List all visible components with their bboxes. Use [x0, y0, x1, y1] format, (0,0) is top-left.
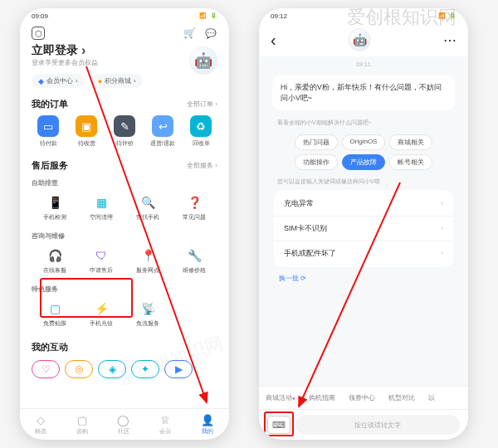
- chip-account[interactable]: 帐号相关: [389, 154, 432, 170]
- nav-mine[interactable]: 👤我的: [201, 414, 214, 436]
- btab-coupon[interactable]: 领券中心: [342, 393, 382, 402]
- bottom-tabs: 商城活动● 购机指南 领券中心 机型对比 以: [259, 386, 468, 409]
- settings-icon[interactable]: [32, 27, 45, 40]
- more-icon[interactable]: [443, 32, 456, 48]
- points-mall-pill[interactable]: ●积分商城 ›: [91, 74, 143, 88]
- interact-1[interactable]: ♡: [32, 360, 60, 378]
- interact-4[interactable]: ✦: [131, 360, 159, 378]
- btab-guide[interactable]: 购机指南: [302, 393, 342, 402]
- status-icons: 📶🔋: [199, 12, 217, 19]
- order-pending-pay[interactable]: ▭待付款: [32, 115, 65, 148]
- orders-title: 我的订单: [32, 98, 68, 110]
- self-space-clean[interactable]: ▦空间清理: [78, 191, 124, 225]
- order-pending-ship[interactable]: ▣待收货: [70, 115, 103, 148]
- top-bar: [20, 23, 229, 41]
- helper-text-2: 您可以直接输入关键词或像这样问小V喔: [267, 173, 460, 188]
- interact-2[interactable]: ◎: [65, 360, 93, 378]
- member-center-pill[interactable]: ◆会员中心 ›: [32, 74, 85, 88]
- status-icons: 📶🔋: [438, 12, 456, 19]
- free-data[interactable]: 📡免流服务: [124, 297, 171, 331]
- aftersale-title: 售后服务: [32, 159, 68, 172]
- apply-aftersale[interactable]: 🛡申请售后: [78, 244, 124, 278]
- order-refund[interactable]: ↩退货/退款: [146, 115, 179, 148]
- chip-function[interactable]: 功能操作: [295, 154, 338, 170]
- order-pending-review[interactable]: ✎待评价: [108, 115, 141, 148]
- btab-activity[interactable]: 商城活动●: [259, 393, 302, 402]
- qa-sim[interactable]: SIM卡不识别: [274, 217, 453, 241]
- voice-input[interactable]: 按住说话转文字: [295, 415, 460, 435]
- interact-5[interactable]: ▶: [164, 360, 193, 378]
- btab-compare[interactable]: 机型对比: [382, 393, 422, 402]
- nav-featured[interactable]: ◇精选: [35, 414, 46, 436]
- consult-title: 咨询与维修: [20, 228, 229, 242]
- cart-icon[interactable]: [183, 27, 196, 39]
- nav-shop[interactable]: ▢选购: [76, 414, 88, 436]
- clock: 09:12: [271, 12, 287, 20]
- phone-left: 09:09 📶🔋 立即登录 登录享受更多会员权益 ◆会员中心 › ●积分商城 ›…: [20, 8, 229, 440]
- bot-avatar[interactable]: [348, 28, 371, 51]
- timestamp: 09:11: [267, 56, 460, 72]
- orders-more[interactable]: 全部订单 ›: [187, 100, 217, 109]
- service-points[interactable]: 📍服务网点: [124, 244, 171, 278]
- avatar[interactable]: [189, 46, 217, 75]
- self-phone-check[interactable]: 📱手机检测: [32, 191, 78, 225]
- back-button[interactable]: [271, 31, 276, 50]
- interact-3[interactable]: ◈: [98, 360, 126, 378]
- online-service[interactable]: 🎧在线客服: [32, 244, 78, 278]
- status-bar: 09:12 📶🔋: [259, 8, 468, 23]
- interact-title: 我的互动: [32, 341, 68, 353]
- message-icon[interactable]: [204, 27, 217, 40]
- repair-price[interactable]: 🔧维修价格: [171, 244, 217, 278]
- helper-text: 看看全能的小V都能解决什么问题吧~: [267, 114, 460, 129]
- btab-more[interactable]: 以: [422, 393, 442, 402]
- chip-originos[interactable]: OriginOS: [342, 134, 386, 150]
- clock: 09:09: [32, 12, 48, 20]
- keyboard-toggle-icon[interactable]: ⌨: [267, 416, 290, 434]
- status-bar: 09:09 📶🔋: [20, 8, 229, 23]
- nav-community[interactable]: ◯社区: [117, 414, 129, 436]
- bottom-nav: ◇精选 ▢选购 ◯社区 ♕会员 👤我的: [20, 408, 229, 440]
- qa-broken[interactable]: 手机或配件坏了: [274, 241, 453, 265]
- chip-mall[interactable]: 商城相关: [389, 134, 432, 150]
- free-film[interactable]: ▢免费贴膜: [32, 297, 78, 331]
- refresh-link[interactable]: 换一批: [267, 269, 460, 288]
- special-title: 特色服务: [20, 281, 229, 295]
- chip-product-fault[interactable]: 产品故障: [342, 154, 385, 170]
- phone-right: 09:12 📶🔋 09:11 Hi，亲爱的V粉，新年快乐！有什么问题，不妨问问小…: [259, 8, 468, 440]
- chip-hot[interactable]: 热门问题: [295, 134, 338, 150]
- nav-member[interactable]: ♕会员: [159, 414, 171, 436]
- self-faq[interactable]: ❓常见问题: [171, 191, 217, 225]
- aftersale-more[interactable]: 全部服务 ›: [187, 161, 217, 170]
- greeting-bubble: Hi，亲爱的V粉，新年快乐！有什么问题，不妨问问小V吧~: [272, 75, 455, 110]
- qa-charging[interactable]: 充电异常: [274, 192, 453, 217]
- selfcheck-title: 自助排查: [20, 175, 229, 189]
- self-find-phone[interactable]: 🔍查找手机: [124, 191, 171, 225]
- order-recycle[interactable]: ♻回收单: [184, 115, 217, 148]
- recharge[interactable]: ⚡手机充值: [78, 297, 124, 331]
